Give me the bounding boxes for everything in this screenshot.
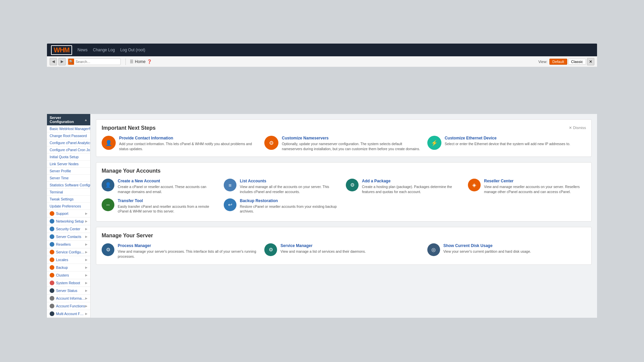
nav-forward-btn[interactable]: ▶ [58, 58, 66, 65]
sidebar-header: Server Configuration ▲ [47, 114, 90, 125]
transfer-tool-title[interactable]: Transfer Tool [118, 198, 220, 203]
view-settings-btn[interactable]: ✕ [587, 58, 594, 65]
nav-changelog[interactable]: Change Log [93, 48, 115, 52]
backup-restoration-title[interactable]: Backup Restoration [240, 198, 342, 203]
account-functions-icon [50, 304, 54, 308]
nav-back-btn[interactable]: ◀ [50, 58, 57, 65]
server-title: Manage Your Server [102, 233, 586, 239]
manage-transfer-tool: ↔ Transfer Tool Easily transfer cPanel a… [102, 198, 220, 214]
disk-usage-icon: ◎ [427, 243, 440, 256]
contacts-arrow: ▶ [85, 235, 88, 238]
sidebar-group-account-functions[interactable]: Account Functions ▶ [47, 302, 90, 310]
sidebar-item-6[interactable]: Server Profile [47, 168, 90, 175]
sidebar-item-11[interactable]: Update Preferences [47, 203, 90, 210]
locales-icon [50, 257, 54, 262]
sidebar-group-backup[interactable]: Backup ▶ [47, 264, 90, 272]
add-package-icon: ⚙ [346, 179, 359, 191]
service-manager-desc: View and manage a list of services and t… [280, 249, 366, 254]
important-steps-card: Dismiss Important Next Steps 👤 Provide C… [96, 119, 592, 157]
sidebar-group-support[interactable]: Support ▶ [47, 210, 90, 218]
menu-icon: ☰ [130, 59, 133, 64]
step-nameservers-desc: Optionally, update your nameserver confi… [282, 141, 423, 151]
sidebar-group-service-config[interactable]: Service Configuration ▶ [47, 248, 90, 256]
sidebar-group-multi-account[interactable]: Multi Account Functions ▶ [47, 310, 90, 318]
sidebar-group-resellers[interactable]: Resellers ▶ [47, 241, 90, 248]
resellers-icon [50, 242, 54, 247]
sidebar-group-networking[interactable]: Networking Setup ▶ [47, 218, 90, 225]
add-package-desc: Create a hosting plan (package). Package… [362, 184, 464, 194]
accounts-grid-bottom: ↔ Transfer Tool Easily transfer cPanel a… [102, 198, 586, 214]
backup-restoration-desc: Restore cPanel or reseller accounts from… [240, 204, 342, 214]
sidebar-group-clusters[interactable]: Clusters ▶ [47, 272, 90, 279]
reseller-center-title[interactable]: Reseller Center [484, 179, 586, 183]
sidebar-group-reboot[interactable]: System Reboot ▶ [47, 279, 90, 287]
search-button[interactable]: 🔍 [68, 59, 74, 65]
security-icon [50, 227, 54, 231]
sidebar-group-server-status[interactable]: Server Status ▶ [47, 287, 90, 295]
backup-restoration-text: Backup Restoration Restore cPanel or res… [240, 198, 342, 214]
whm-logo-text: WHM [54, 46, 69, 54]
reboot-icon [50, 281, 54, 285]
create-account-title[interactable]: Create a New Account [118, 179, 220, 183]
step-nameservers-icon: ⚙ [264, 136, 278, 150]
add-package-title[interactable]: Add a Package [362, 179, 464, 183]
sidebar-item-7[interactable]: Server Time [47, 175, 90, 182]
nav-news[interactable]: News [77, 48, 88, 52]
create-account-desc: Create a cPanel or reseller account. The… [118, 184, 220, 194]
sidebar-item-9[interactable]: Terminal [47, 189, 90, 196]
list-accounts-title[interactable]: List Accounts [240, 179, 342, 183]
service-config-icon [50, 250, 54, 254]
process-manager-title[interactable]: Process Manager [118, 243, 260, 248]
resellers-arrow: ▶ [85, 243, 88, 246]
transfer-tool-icon: ↔ [102, 198, 114, 211]
step-ethernet-title[interactable]: Customize Ethernet Device [445, 136, 571, 140]
reboot-arrow: ▶ [85, 281, 88, 285]
sidebar-item-1[interactable]: Change Root Password [47, 132, 90, 139]
sidebar-group-locales[interactable]: Locales ▶ [47, 256, 90, 264]
disk-usage-title[interactable]: Show Current Disk Usage [443, 243, 531, 248]
dismiss-btn[interactable]: Dismiss [569, 126, 586, 130]
nav-logout[interactable]: Log Out (root) [120, 48, 145, 52]
create-account-text: Create a New Account Create a cPanel or … [118, 179, 220, 194]
account-functions-arrow: ▶ [85, 304, 88, 308]
list-accounts-text: List Accounts View and manage all of the… [240, 179, 342, 194]
step-nameservers-title[interactable]: Customize Nameservers [282, 136, 423, 140]
backup-arrow: ▶ [85, 266, 88, 269]
sidebar-header-label: Server Configuration [50, 116, 84, 124]
view-classic-btn[interactable]: Classic [568, 59, 586, 65]
server-grid: ⚙ Process Manager View and manage your s… [102, 243, 586, 259]
help-icon[interactable]: ❓ [147, 59, 152, 64]
sidebar-item-10[interactable]: Tweak Settings [47, 196, 90, 203]
sidebar-item-4[interactable]: Initial Quota Setup [47, 154, 90, 161]
manage-backup-restoration: ↩ Backup Restoration Restore cPanel or r… [224, 198, 342, 214]
transfer-tool-text: Transfer Tool Easily transfer cPanel and… [118, 198, 220, 214]
search-input[interactable] [67, 58, 121, 65]
reseller-center-icon: ◈ [468, 179, 481, 191]
sidebar-group-account-info[interactable]: Account Information ▶ [47, 295, 90, 302]
step-contact: 👤 Provide Contact Information Add your c… [102, 136, 260, 151]
locales-arrow: ▶ [85, 258, 88, 261]
step-contact-text: Provide Contact Information Add your con… [119, 136, 260, 151]
backup-icon [50, 265, 54, 270]
sidebar-item-5[interactable]: Link Server Nodes [47, 161, 90, 168]
view-default-btn[interactable]: Default [549, 59, 567, 65]
reseller-center-text: Reseller Center View and manage reseller… [484, 179, 586, 194]
manage-reseller-center: ◈ Reseller Center View and manage resell… [468, 179, 586, 194]
server-status-arrow: ▶ [85, 289, 88, 292]
sidebar-collapse-icon[interactable]: ▲ [84, 118, 88, 122]
service-manager-icon: ⚙ [264, 243, 277, 256]
sidebar-item-2[interactable]: Configure cPanel Analytics [47, 139, 90, 146]
step-ethernet-icon: ⚡ [427, 136, 441, 150]
manage-service-manager: ⚙ Service Manager View and manage a list… [264, 243, 423, 259]
service-manager-title[interactable]: Service Manager [280, 243, 366, 248]
sidebar-group-security[interactable]: Security Center ▶ [47, 225, 90, 233]
step-ethernet: ⚡ Customize Ethernet Device Select or en… [427, 136, 586, 151]
top-bar: WHM News Change Log Log Out (root) [47, 44, 597, 56]
sidebar-item-8[interactable]: Statistics Software Configuration [47, 182, 90, 189]
sidebar-group-contacts[interactable]: Server Contacts ▶ [47, 233, 90, 241]
sidebar-item-3[interactable]: Configure cPanel Cron Jobs [47, 146, 90, 154]
step-ethernet-desc: Select or enter the Ethernet device that… [445, 141, 571, 146]
sidebar-item-0[interactable]: Basic WebHost Manager® Setup [47, 125, 90, 132]
step-contact-title[interactable]: Provide Contact Information [119, 136, 260, 140]
transfer-tool-desc: Easily transfer cPanel and reseller acco… [118, 204, 220, 214]
